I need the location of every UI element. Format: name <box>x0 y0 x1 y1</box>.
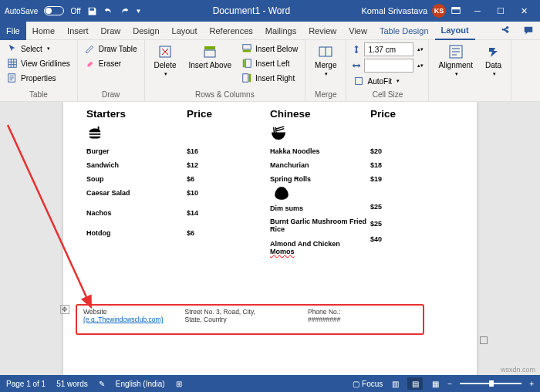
web-layout-icon[interactable]: ▦ <box>427 377 443 390</box>
maximize-button[interactable]: ☐ <box>489 0 512 22</box>
comments-button[interactable] <box>517 22 540 40</box>
svg-rect-14 <box>356 78 363 85</box>
user-avatar-icon: KS <box>432 4 446 18</box>
tab-mailings[interactable]: Mailings <box>259 22 302 40</box>
menu-item: Burger <box>86 144 187 158</box>
watermark: wsxdn.com <box>501 366 535 373</box>
svg-rect-1 <box>452 8 461 10</box>
footer-table-highlight: Website (e.g.,Thewindowsclub.com) Street… <box>76 304 424 335</box>
spellcheck-icon[interactable]: ✎ <box>99 380 105 388</box>
tab-draw[interactable]: Draw <box>95 22 127 40</box>
tab-design[interactable]: Design <box>127 22 165 40</box>
tab-file[interactable]: File <box>0 22 26 40</box>
menu-item <box>86 200 187 206</box>
insert-right-button[interactable]: Insert Right <box>239 72 300 84</box>
tab-home[interactable]: Home <box>26 22 61 40</box>
zoom-out-button[interactable]: − <box>447 380 452 388</box>
website-cell[interactable]: Website (e.g.,Thewindowsclub.com) <box>83 308 163 331</box>
word-count[interactable]: 51 words <box>56 380 88 388</box>
svg-rect-9 <box>245 59 251 68</box>
user-name: Komal Srivastava <box>361 6 427 15</box>
close-button[interactable]: ✕ <box>512 0 535 22</box>
print-layout-icon[interactable]: ▤ <box>407 377 423 390</box>
qat-dropdown-icon[interactable]: ▼ <box>136 8 142 15</box>
tab-layout-context[interactable]: Layout <box>435 22 475 40</box>
tab-insert[interactable]: Insert <box>61 22 95 40</box>
toggle-icon <box>44 6 64 15</box>
address-cell[interactable]: Street No. 3, Road, City, State, Country <box>184 308 255 331</box>
data-button[interactable]: Data▾ <box>481 42 506 79</box>
undo-icon[interactable] <box>103 6 113 16</box>
page-count[interactable]: Page 1 of 1 <box>6 380 46 388</box>
alignment-button[interactable]: Alignment▾ <box>434 42 477 79</box>
row-height-input[interactable]: 1.37 cm <box>364 42 413 56</box>
table-anchor-icon[interactable]: ✥ <box>60 305 69 314</box>
minimize-button[interactable]: ─ <box>466 0 489 22</box>
height-icon <box>351 44 362 55</box>
menu-item: Caesar Salad <box>86 186 187 200</box>
view-gridlines-button[interactable]: View Gridlines <box>5 57 73 69</box>
price: $12 <box>187 158 270 172</box>
price: $25 <box>370 214 454 231</box>
menu-item: Dim sums <box>270 201 370 215</box>
menu-item <box>86 220 187 226</box>
table-resize-handle[interactable] <box>480 336 488 344</box>
price: $6 <box>187 172 270 186</box>
phone-cell[interactable]: Phone No.: ######### <box>308 308 341 331</box>
group-cell-size: 1.37 cm ▴▾ ▴▾ AutoFit▾ Cell Size <box>346 40 429 101</box>
group-merge: Merge▾ Merge <box>305 40 346 101</box>
column-width-input[interactable] <box>364 59 413 73</box>
svg-rect-11 <box>243 74 248 83</box>
price: $10 <box>187 186 270 200</box>
save-icon[interactable] <box>87 6 97 16</box>
col-header: Chinese <box>270 108 370 120</box>
redo-icon[interactable] <box>120 6 130 16</box>
select-button[interactable]: Select▾ <box>5 42 73 55</box>
eraser-button[interactable]: Eraser <box>83 57 140 69</box>
status-bar: Page 1 of 1 51 words ✎ English (India) ⊞… <box>0 375 540 392</box>
accessibility-icon[interactable]: ⊞ <box>176 380 182 388</box>
col-header: Price <box>370 108 454 120</box>
focus-mode[interactable]: ▢ Focus <box>353 380 383 388</box>
draw-table-button[interactable]: Draw Table <box>83 42 140 55</box>
price: $20 <box>370 144 454 158</box>
zoom-slider[interactable] <box>460 383 521 384</box>
menu-item: Momos <box>270 248 370 259</box>
zoom-in-button[interactable]: + <box>529 380 534 388</box>
menu-item: Manchurian <box>270 158 370 172</box>
svg-rect-16 <box>98 127 100 131</box>
tab-view[interactable]: View <box>343 22 373 40</box>
autosave-toggle[interactable]: AutoSave Off <box>5 6 81 15</box>
language[interactable]: English (India) <box>116 380 165 388</box>
group-label: Draw <box>83 90 140 100</box>
document-area[interactable]: Starters Burger Sandwich Soup Caesar Sal… <box>0 102 540 375</box>
merge-button[interactable]: Merge▾ <box>310 42 341 79</box>
group-label: Cell Size <box>351 90 424 100</box>
ribbon-display-icon[interactable] <box>451 5 461 16</box>
menu-item: Sandwich <box>86 158 187 172</box>
group-alignment: Alignment▾ Data▾ <box>429 40 511 101</box>
price: $16 <box>187 144 270 158</box>
width-icon <box>351 60 362 71</box>
menu-item: Almond And Chicken <box>270 237 370 248</box>
autofit-button[interactable]: AutoFit▾ <box>351 75 424 87</box>
svg-rect-7 <box>243 45 251 49</box>
price: $18 <box>370 158 454 172</box>
tab-review[interactable]: Review <box>302 22 343 40</box>
delete-button[interactable]: Delete▾ <box>150 42 181 79</box>
insert-left-button[interactable]: Insert Left <box>239 57 300 69</box>
tab-layout[interactable]: Layout <box>166 22 204 40</box>
insert-above-button[interactable]: Insert Above <box>184 42 236 71</box>
properties-button[interactable]: Properties <box>5 72 73 84</box>
share-button[interactable] <box>494 22 517 40</box>
autosave-label: AutoSave <box>5 7 38 15</box>
group-draw: Draw Table Eraser Draw <box>78 40 145 101</box>
read-mode-icon[interactable]: ▥ <box>387 377 403 390</box>
price: $25 <box>370 200 454 214</box>
svg-rect-12 <box>249 74 251 83</box>
tab-table-design[interactable]: Table Design <box>373 22 435 40</box>
insert-below-button[interactable]: Insert Below <box>239 42 300 55</box>
tab-references[interactable]: References <box>204 22 259 40</box>
user-info[interactable]: Komal Srivastava KS <box>361 4 461 18</box>
svg-rect-6 <box>204 46 215 49</box>
